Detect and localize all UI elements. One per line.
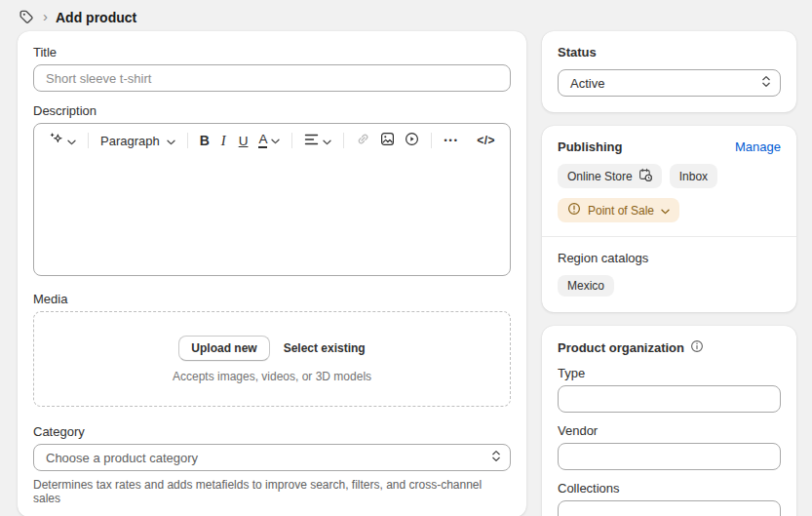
description-section: Description Paragraph <box>33 103 511 276</box>
organization-title: Product organization <box>558 340 684 355</box>
card-divider <box>542 236 796 237</box>
more-formatting-button[interactable]: ••• <box>439 133 463 148</box>
image-icon <box>380 132 395 149</box>
alignment-button[interactable] <box>299 131 336 151</box>
toolbar-divider <box>187 133 188 148</box>
status-card: Status Active <box>542 31 796 112</box>
italic-button[interactable]: I <box>214 130 233 152</box>
title-label: Title <box>33 45 511 60</box>
media-section: Media Upload new Select existing Accepts… <box>33 292 511 407</box>
warning-channel-row: Point of Sale <box>558 198 781 222</box>
sidebar: Status Active Publishing Manage Online S… <box>542 31 796 516</box>
media-hint: Accepts images, videos, or 3D models <box>173 370 371 383</box>
media-actions: Upload new Select existing <box>178 336 365 361</box>
category-section: Category Choose a product category Deter… <box>33 424 511 505</box>
chevron-down-icon <box>67 134 76 148</box>
title-section: Title <box>33 45 511 92</box>
collections-label: Collections <box>558 481 781 496</box>
more-icon: ••• <box>444 136 458 145</box>
paragraph-label: Paragraph <box>100 134 160 148</box>
channel-badge-label: Inbox <box>679 170 708 183</box>
bold-button[interactable]: B <box>195 130 214 151</box>
product-organization-card: Product organization Type Vendor Collect… <box>542 326 796 516</box>
description-textarea[interactable] <box>34 157 510 275</box>
breadcrumb-separator: › <box>43 9 48 23</box>
warning-icon <box>567 202 581 218</box>
type-label: Type <box>558 366 781 380</box>
toolbar-divider <box>431 133 432 148</box>
upload-new-button[interactable]: Upload new <box>178 336 269 361</box>
text-color-button[interactable]: A <box>253 130 285 151</box>
chevron-down-icon <box>167 134 175 148</box>
content-columns: Title Description P <box>0 31 812 516</box>
channel-badges: Online Store Inbox <box>558 164 781 188</box>
collections-input[interactable] <box>558 500 781 516</box>
media-dropzone[interactable]: Upload new Select existing Accepts image… <box>33 311 511 407</box>
paragraph-style-button[interactable]: Paragraph <box>96 131 180 151</box>
point-of-sale-badge[interactable]: Point of Sale <box>558 198 679 222</box>
magic-icon <box>49 132 63 149</box>
vendor-input[interactable] <box>558 443 781 470</box>
warning-channel-label: Point of Sale <box>588 204 654 218</box>
select-existing-button[interactable]: Select existing <box>284 341 366 355</box>
publishing-title: Publishing <box>558 139 622 154</box>
video-icon <box>405 132 419 149</box>
vendor-field-group: Vendor <box>558 423 781 470</box>
category-select[interactable]: Choose a product category <box>33 444 511 471</box>
region-catalog-badges: Mexico <box>558 275 781 297</box>
magic-text-button[interactable] <box>44 129 81 152</box>
link-icon <box>356 132 370 149</box>
align-icon <box>304 134 319 148</box>
insert-link-button[interactable] <box>351 129 375 152</box>
publishing-header: Publishing Manage <box>558 139 781 154</box>
chevron-down-icon <box>323 134 331 148</box>
select-stepper-icon <box>761 75 771 91</box>
region-badge-label: Mexico <box>567 279 604 293</box>
page-header: › Add product <box>0 0 812 31</box>
description-editor: Paragraph B I U <box>33 123 511 276</box>
info-icon[interactable] <box>690 339 704 356</box>
chevron-down-icon <box>661 204 670 218</box>
code-icon: </> <box>477 134 495 147</box>
organization-header: Product organization <box>558 339 781 356</box>
editor-toolbar: Paragraph B I U <box>34 124 510 157</box>
underline-label: U <box>239 134 249 148</box>
collections-field-group: Collections <box>558 481 781 516</box>
description-label: Description <box>33 103 511 118</box>
channel-badge-inbox: Inbox <box>670 164 717 188</box>
publishing-card: Publishing Manage Online Store Inbox <box>542 126 796 312</box>
calendar-clock-icon[interactable] <box>638 168 652 184</box>
channel-badge-online-store: Online Store <box>558 164 662 188</box>
italic-label: I <box>221 133 226 149</box>
show-html-button[interactable]: </> <box>472 131 500 150</box>
type-field-group: Type <box>558 366 781 413</box>
status-select-value: Active <box>570 76 604 91</box>
insert-video-button[interactable] <box>400 129 424 152</box>
manage-publishing-link[interactable]: Manage <box>735 139 781 154</box>
category-select-value: Choose a product category <box>46 451 198 465</box>
media-label: Media <box>33 292 511 306</box>
toolbar-divider <box>88 133 89 148</box>
text-color-label: A <box>258 133 267 148</box>
select-stepper-icon <box>491 450 501 465</box>
status-select[interactable]: Active <box>558 69 781 97</box>
region-catalogs-label: Region catalogs <box>558 251 781 265</box>
chevron-down-icon <box>271 133 280 147</box>
type-input[interactable] <box>558 385 781 413</box>
insert-image-button[interactable] <box>375 129 400 152</box>
page-title: Add product <box>56 10 136 25</box>
category-helper-text: Determines tax rates and adds metafields… <box>33 478 511 505</box>
product-details-card: Title Description P <box>18 31 526 516</box>
products-tag-icon[interactable] <box>19 9 35 25</box>
category-label: Category <box>33 424 511 439</box>
bold-label: B <box>200 133 210 148</box>
underline-button[interactable]: U <box>233 131 254 151</box>
toolbar-divider <box>291 133 292 148</box>
channel-badge-label: Online Store <box>567 170 633 183</box>
title-input[interactable] <box>33 64 511 92</box>
vendor-label: Vendor <box>558 423 781 438</box>
toolbar-divider <box>343 133 344 148</box>
status-title: Status <box>558 45 781 60</box>
region-badge-mexico: Mexico <box>558 275 614 297</box>
